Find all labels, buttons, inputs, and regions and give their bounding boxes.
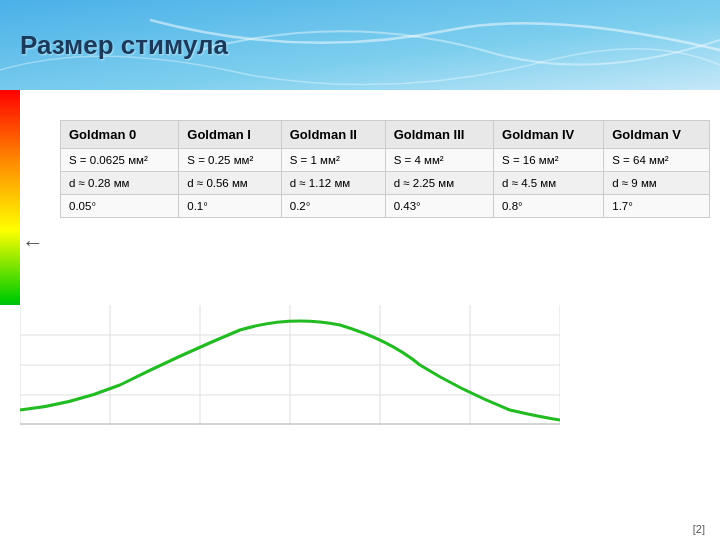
angle-cell-4: 0.8° — [494, 195, 604, 218]
diameter-cell-5: d ≈ 9 мм — [604, 172, 710, 195]
angle-cell-5: 1.7° — [604, 195, 710, 218]
chart-svg — [20, 305, 560, 425]
area-row: S = 0.0625 мм²S = 0.25 мм²S = 1 мм²S = 4… — [61, 149, 710, 172]
table-header-1: Goldman I — [179, 121, 281, 149]
goldman-table: Goldman 0Goldman IGoldman IIGoldman IIIG… — [60, 120, 710, 218]
diameter-cell-2: d ≈ 1.12 мм — [281, 172, 385, 195]
table-header-0: Goldman 0 — [61, 121, 179, 149]
diameter-cell-4: d ≈ 4.5 мм — [494, 172, 604, 195]
area-cell-5: S = 64 мм² — [604, 149, 710, 172]
diameter-cell-0: d ≈ 0.28 мм — [61, 172, 179, 195]
table-header-2: Goldman II — [281, 121, 385, 149]
area-cell-1: S = 0.25 мм² — [179, 149, 281, 172]
angle-row: 0.05°0.1°0.2°0.43°0.8°1.7° — [61, 195, 710, 218]
angle-cell-1: 0.1° — [179, 195, 281, 218]
angle-cell-0: 0.05° — [61, 195, 179, 218]
diameter-cell-3: d ≈ 2.25 мм — [385, 172, 493, 195]
area-cell-3: S = 4 мм² — [385, 149, 493, 172]
table-header-4: Goldman IV — [494, 121, 604, 149]
arrow-icon: ← — [22, 230, 44, 256]
table-header-row: Goldman 0Goldman IGoldman IIGoldman IIIG… — [61, 121, 710, 149]
angle-cell-2: 0.2° — [281, 195, 385, 218]
area-cell-2: S = 1 мм² — [281, 149, 385, 172]
area-cell-0: S = 0.0625 мм² — [61, 149, 179, 172]
table-header-5: Goldman V — [604, 121, 710, 149]
diameter-row: d ≈ 0.28 ммd ≈ 0.56 ммd ≈ 1.12 ммd ≈ 2.2… — [61, 172, 710, 195]
header: Размер стимула — [0, 0, 720, 90]
table-container: Goldman 0Goldman IGoldman IIGoldman IIIG… — [60, 120, 710, 218]
page-title: Размер стимула — [20, 30, 228, 61]
area-cell-4: S = 16 мм² — [494, 149, 604, 172]
diameter-cell-1: d ≈ 0.56 мм — [179, 172, 281, 195]
citation: [2] — [693, 523, 705, 535]
chart-area: V III I II BLIND SPOT CHECK STIMULI SIZE… — [0, 305, 720, 540]
table-header-3: Goldman III — [385, 121, 493, 149]
angle-cell-3: 0.43° — [385, 195, 493, 218]
